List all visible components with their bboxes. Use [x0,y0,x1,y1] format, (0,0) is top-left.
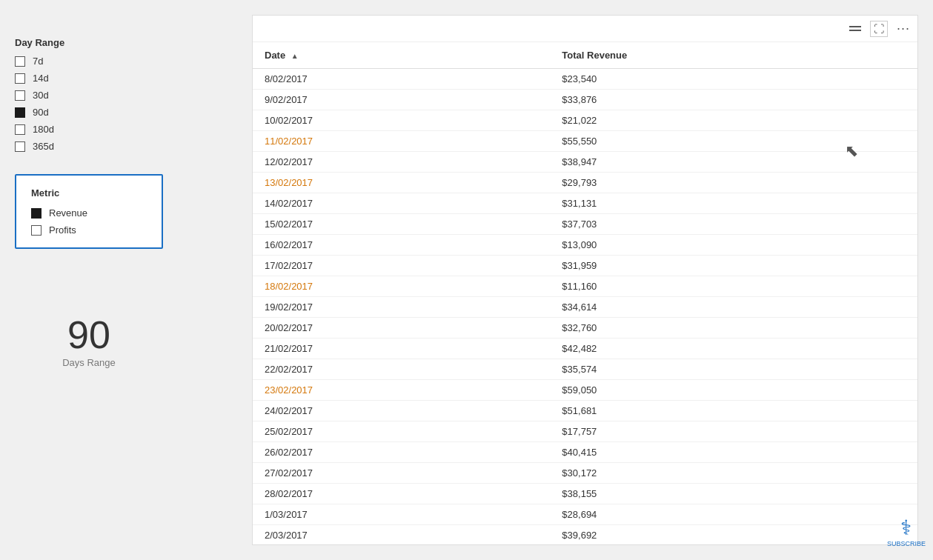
table-row: 17/02/2017$31,959 [253,256,917,276]
day-checkbox-30d[interactable] [15,90,25,101]
metric-option-revenue[interactable]: Revenue [31,207,147,219]
revenue-cell: $21,022 [550,110,917,131]
table-row: 27/02/2017$30,172 [253,463,917,484]
revenue-cell: $34,614 [550,297,917,318]
subscribe-label: SUBSCRIBE [887,540,926,548]
revenue-cell: $59,050 [550,380,917,401]
table-row: 1/03/2017$28,694 [253,504,917,525]
date-cell: 27/02/2017 [253,463,550,484]
revenue-cell: $38,947 [550,152,917,173]
revenue-cell: $51,681 [550,401,917,421]
table-row: 19/02/2017$34,614 [253,297,917,318]
metric-section: Metric RevenueProfits [15,174,163,249]
day-option-14d[interactable]: 14d [15,73,237,84]
revenue-cell: $32,760 [550,318,917,339]
metric-title: Metric [31,187,147,199]
date-cell: 8/02/2017 [253,69,550,90]
table-row: 8/02/2017$23,540 [253,69,917,90]
revenue-cell: $31,131 [550,193,917,214]
table-row: 22/02/2017$35,574 [253,359,917,380]
day-option-7d[interactable]: 7d [15,56,237,67]
table-row: 20/02/2017$32,760 [253,318,917,339]
date-cell: 17/02/2017 [253,256,550,276]
date-cell: 9/02/2017 [253,90,550,110]
date-cell: 25/02/2017 [253,421,550,442]
revenue-cell: $28,694 [550,504,917,525]
table-wrapper[interactable]: Date ▲ Total Revenue 8/02/2017$23,5409/0… [253,42,917,544]
more-options-icon[interactable]: ··· [897,21,910,36]
hamburger-menu-icon[interactable] [849,26,861,31]
day-label-30d: 30d [33,90,49,101]
day-checkbox-7d[interactable] [15,56,25,67]
revenue-cell: $13,090 [550,235,917,256]
revenue-cell: $40,415 [550,442,917,463]
revenue-cell: $38,155 [550,484,917,504]
date-cell: 16/02/2017 [253,235,550,256]
days-label: Days Range [15,357,163,368]
table-row: 13/02/2017$29,793 [253,173,917,193]
day-option-365d[interactable]: 365d [15,141,237,152]
day-label-180d: 180d [33,124,54,135]
metric-label-revenue: Revenue [49,207,87,219]
date-cell: 24/02/2017 [253,401,550,421]
revenue-cell: $31,959 [550,256,917,276]
day-label-14d: 14d [33,73,49,84]
day-checkbox-90d[interactable] [15,107,25,118]
days-number: 90 [15,316,163,354]
left-panel: Day Range 7d14d30d90d180d365d Metric Rev… [15,15,237,545]
subscribe-icon: ⚕ SUBSCRIBE [887,516,926,548]
date-cell: 12/02/2017 [253,152,550,173]
table-row: 12/02/2017$38,947 [253,152,917,173]
date-cell: 2/03/2017 [253,525,550,545]
data-table: Date ▲ Total Revenue 8/02/2017$23,5409/0… [253,42,917,544]
day-range-options: 7d14d30d90d180d365d [15,56,237,152]
revenue-cell: $29,793 [550,173,917,193]
revenue-cell: $35,574 [550,359,917,380]
table-row: 25/02/2017$17,757 [253,421,917,442]
revenue-cell: $30,172 [550,463,917,484]
sort-asc-icon: ▲ [291,52,299,60]
table-row: 24/02/2017$51,681 [253,401,917,421]
table-row: 16/02/2017$13,090 [253,235,917,256]
date-cell: 21/02/2017 [253,339,550,359]
day-checkbox-365d[interactable] [15,141,25,152]
table-row: 10/02/2017$21,022 [253,110,917,131]
date-cell: 15/02/2017 [253,214,550,235]
table-row: 14/02/2017$31,131 [253,193,917,214]
expand-icon[interactable]: ⛶ [870,21,888,37]
dna-icon: ⚕ [887,516,926,541]
revenue-cell: $39,692 [550,525,917,545]
panel-toolbar: ⛶ ··· [253,16,917,42]
day-label-7d: 7d [33,56,43,67]
revenue-cell: $23,540 [550,69,917,90]
date-cell: 26/02/2017 [253,442,550,463]
day-checkbox-180d[interactable] [15,124,25,135]
date-cell: 14/02/2017 [253,193,550,214]
day-option-180d[interactable]: 180d [15,124,237,135]
date-cell: 11/02/2017 [253,131,550,152]
table-row: 23/02/2017$59,050 [253,380,917,401]
col-date-header[interactable]: Date ▲ [253,42,550,69]
metric-checkbox-profits[interactable] [31,225,41,236]
revenue-cell: $42,482 [550,339,917,359]
date-cell: 23/02/2017 [253,380,550,401]
date-cell: 22/02/2017 [253,359,550,380]
metric-label-profits: Profits [49,224,76,236]
table-row: 9/02/2017$33,876 [253,90,917,110]
metric-option-profits[interactable]: Profits [31,224,147,236]
metric-options: RevenueProfits [31,207,147,236]
day-range-section: Day Range 7d14d30d90d180d365d [15,37,237,152]
table-row: 26/02/2017$40,415 [253,442,917,463]
col-revenue-header: Total Revenue [550,42,917,69]
revenue-cell: $33,876 [550,90,917,110]
day-option-90d[interactable]: 90d [15,107,237,118]
day-checkbox-14d[interactable] [15,73,25,84]
table-row: 18/02/2017$11,160 [253,276,917,297]
day-option-30d[interactable]: 30d [15,90,237,101]
revenue-cell: $37,703 [550,214,917,235]
metric-checkbox-revenue[interactable] [31,208,41,219]
right-panel: ⛶ ··· Date ▲ Total Revenue [252,15,918,545]
table-row: 28/02/2017$38,155 [253,484,917,504]
date-cell: 1/03/2017 [253,504,550,525]
date-cell: 28/02/2017 [253,484,550,504]
